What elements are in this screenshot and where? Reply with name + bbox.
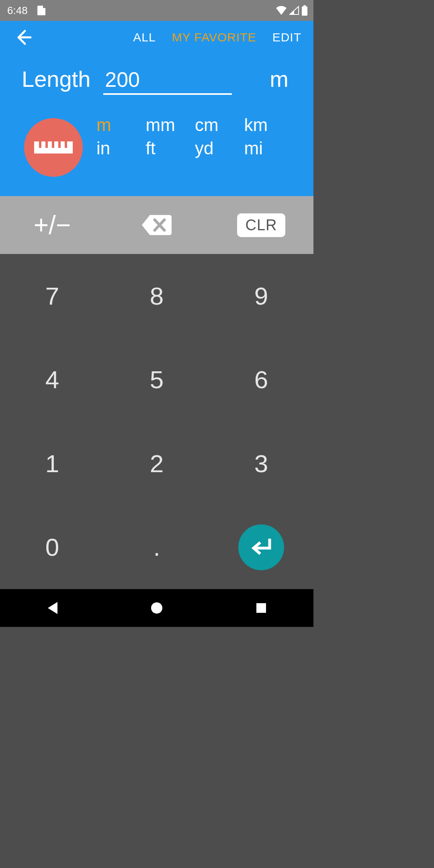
clear-button[interactable]: CLR xyxy=(209,196,313,254)
tab-all[interactable]: ALL xyxy=(133,31,156,44)
nav-tabs: ALL MY FAVORITE EDIT xyxy=(133,31,301,44)
key-0[interactable]: 0 xyxy=(0,506,104,590)
key-3[interactable]: 3 xyxy=(209,422,313,506)
key-7[interactable]: 7 xyxy=(0,254,104,338)
android-navbar xyxy=(0,589,313,627)
key-2[interactable]: 2 xyxy=(104,422,209,506)
backspace-icon xyxy=(141,213,172,237)
unit-mm[interactable]: mm xyxy=(146,114,195,136)
value-input[interactable]: 200 xyxy=(103,68,232,95)
tab-my-favorite[interactable]: MY FAVORITE xyxy=(172,31,256,44)
key-5[interactable]: 5 xyxy=(104,338,209,422)
value-row: Length 200 m xyxy=(0,51,313,95)
key-6[interactable]: 6 xyxy=(209,338,313,422)
svg-rect-5 xyxy=(52,141,54,148)
clear-label: CLR xyxy=(237,213,285,237)
svg-rect-6 xyxy=(58,141,61,148)
key-enter[interactable] xyxy=(209,506,313,590)
category-icon-circle xyxy=(24,118,83,177)
nav-home-button[interactable] xyxy=(149,600,165,616)
back-button[interactable] xyxy=(14,28,33,47)
unit-mi[interactable]: mi xyxy=(244,137,294,159)
cellular-icon xyxy=(289,6,299,15)
svg-rect-3 xyxy=(39,141,41,148)
current-unit-label: m xyxy=(270,66,292,92)
plus-minus-button[interactable]: +/− xyxy=(0,196,104,254)
enter-icon xyxy=(250,538,273,556)
keypad: 7 8 9 4 5 6 1 2 3 0 . xyxy=(0,254,313,589)
key-1[interactable]: 1 xyxy=(0,422,104,506)
svg-rect-0 xyxy=(303,5,306,6)
unit-yd[interactable]: yd xyxy=(195,137,244,159)
svg-point-8 xyxy=(151,602,162,614)
plus-minus-label: +/− xyxy=(34,210,71,240)
key-4[interactable]: 4 xyxy=(0,338,104,422)
battery-icon xyxy=(301,5,308,16)
ruler-icon xyxy=(34,137,73,158)
status-bar: 6:48 xyxy=(0,0,313,21)
arrow-left-icon xyxy=(14,29,32,46)
key-9[interactable]: 9 xyxy=(209,254,313,338)
enter-circle xyxy=(238,524,284,570)
unit-block: m mm cm km in ft yd mi xyxy=(0,95,313,177)
sd-card-icon xyxy=(37,6,45,15)
category-label: Length xyxy=(22,66,90,92)
function-row: +/− CLR xyxy=(0,196,313,254)
status-time: 6:48 xyxy=(7,4,28,17)
unit-cm[interactable]: cm xyxy=(195,114,244,136)
wifi-icon xyxy=(276,6,287,15)
unit-ft[interactable]: ft xyxy=(146,137,195,159)
status-left: 6:48 xyxy=(7,4,45,17)
svg-rect-4 xyxy=(45,141,48,148)
topbar: ALL MY FAVORITE EDIT xyxy=(0,23,313,51)
backspace-button[interactable] xyxy=(104,196,209,254)
status-right xyxy=(276,5,308,16)
nav-recent-button[interactable] xyxy=(253,600,269,616)
svg-rect-9 xyxy=(256,603,266,613)
key-dot[interactable]: . xyxy=(104,506,209,590)
units-grid: m mm cm km in ft yd mi xyxy=(96,114,293,159)
unit-m[interactable]: m xyxy=(96,114,146,136)
nav-back-button[interactable] xyxy=(44,600,60,616)
square-recent-icon xyxy=(256,602,267,614)
svg-rect-7 xyxy=(65,141,67,148)
unit-in[interactable]: in xyxy=(96,137,146,159)
header: ALL MY FAVORITE EDIT Length 200 m m mm c… xyxy=(0,21,313,196)
unit-km[interactable]: km xyxy=(244,114,294,136)
triangle-back-icon xyxy=(46,601,58,615)
circle-home-icon xyxy=(150,602,163,614)
svg-rect-1 xyxy=(302,6,307,16)
key-8[interactable]: 8 xyxy=(104,254,209,338)
tab-edit[interactable]: EDIT xyxy=(272,31,301,44)
